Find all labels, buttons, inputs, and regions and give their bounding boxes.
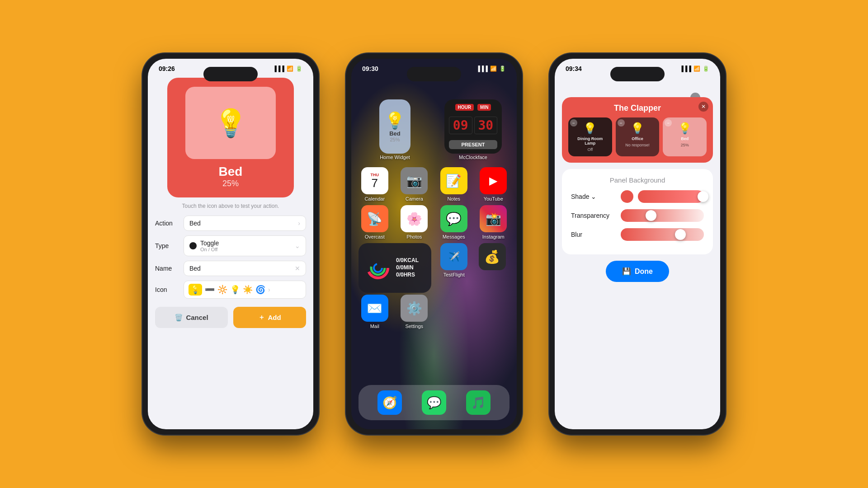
clapper-light-dining[interactable]: − 💡 Dining Room Lamp Off: [568, 117, 612, 156]
panel-bg-title: Panel Background: [571, 176, 704, 184]
clock-widget[interactable]: HOUR MIN 09 30 PRESENT: [444, 99, 502, 154]
done-button[interactable]: 💾 Done: [606, 261, 669, 282]
phone3-notch: [610, 67, 665, 81]
name-clear-icon: ✕: [295, 265, 300, 272]
overcast-icon: 📡: [361, 205, 388, 232]
shade-color[interactable]: [621, 190, 633, 203]
mail-icon: ✉️: [361, 295, 388, 322]
bed-minus-icon[interactable]: −: [665, 119, 672, 127]
home-widget-container: 💡 Bed 25% Home Widget: [359, 99, 431, 160]
icon-bulb-on[interactable]: 💡: [189, 284, 202, 296]
phone1-status-icons: ▐▐▐ 📶 🔋: [273, 66, 302, 72]
dock-whatsapp[interactable]: 💬: [422, 390, 446, 415]
shade-slider[interactable]: [638, 190, 704, 203]
light-card[interactable]: 💡 Bed 25%: [167, 78, 294, 197]
add-button[interactable]: ＋ Add: [233, 307, 306, 328]
clapper-light-bed[interactable]: − 💡 Bed 25%: [663, 117, 707, 156]
app-calendar[interactable]: THU 7 Calendar: [359, 167, 391, 202]
phone-1: 09:26 ▐▐▐ 📶 🔋 💡 Bed 25% Touch the icon a…: [142, 53, 319, 435]
app-money[interactable]: 💰: [475, 243, 510, 293]
light-pct: 25%: [222, 179, 239, 188]
touch-hint: Touch the icon above to test your action…: [182, 203, 279, 209]
type-sub: On / Off: [200, 247, 291, 252]
phone1-content: 💡 Bed 25% Touch the icon above to test y…: [148, 72, 313, 333]
transparency-thumb[interactable]: [646, 210, 656, 221]
icon-fan[interactable]: 🌀: [255, 285, 265, 295]
row3-grid: 0/0KCAL 0/0MIN 0/0HRS ✈️ TestFlight 💰: [359, 243, 509, 293]
icon-label: Icon: [155, 286, 180, 293]
widget-row: 💡 Bed 25% Home Widget HOUR MIN 09: [359, 99, 509, 160]
icon-chevron-icon: ›: [268, 286, 270, 293]
action-value: Bed: [189, 220, 201, 227]
fitness-widget[interactable]: 0/0KCAL 0/0MIN 0/0HRS: [359, 243, 431, 293]
app-camera[interactable]: 📷 Camera: [398, 167, 431, 202]
dining-bulb-icon: 💡: [583, 122, 597, 135]
photos-icon: 🌸: [401, 205, 428, 232]
youtube-icon: ▶: [480, 167, 507, 194]
office-status: No response!: [625, 143, 650, 147]
clapper-outer: − ✕ The Clapper − 💡 Dining Room Lamp Off: [562, 97, 713, 163]
icon-selector[interactable]: 💡 ➖ 🔆 💡 ☀️ 🌀 ›: [184, 281, 306, 299]
dock: 🧭 💬 🎵: [359, 385, 509, 420]
icon-bulb-outline[interactable]: 🔆: [217, 285, 227, 295]
photos-label: Photos: [406, 234, 422, 239]
shade-chevron-icon: ⌄: [591, 193, 596, 200]
office-bulb-icon: 💡: [631, 122, 644, 135]
dining-minus-icon[interactable]: −: [570, 119, 577, 127]
cal-day: 7: [372, 177, 378, 189]
app-messages[interactable]: 💬 Messages: [438, 205, 470, 239]
icon-dash[interactable]: ➖: [205, 285, 215, 295]
clapper-close-button[interactable]: ✕: [698, 102, 708, 112]
btn-row: 🗑️ Cancel ＋ Add: [155, 307, 306, 328]
hour-label: HOUR: [455, 104, 474, 111]
app-photos[interactable]: 🌸 Photos: [398, 205, 431, 239]
chevron-right-icon: ›: [298, 220, 300, 227]
blur-slider[interactable]: [621, 228, 704, 241]
dock-safari[interactable]: 🧭: [377, 390, 402, 415]
app-notes[interactable]: 📝 Notes: [438, 167, 470, 202]
type-input[interactable]: Toggle On / Off ⌄: [184, 235, 306, 256]
icon-sun[interactable]: ☀️: [243, 285, 253, 295]
icon-bulb-alt[interactable]: 💡: [230, 285, 240, 295]
present-button[interactable]: PRESENT: [449, 140, 497, 149]
signal-icon: ▐▐▐: [273, 66, 284, 72]
shade-thumb[interactable]: [698, 191, 708, 202]
messages-emoji: 💬: [446, 211, 462, 226]
battery-icon: 🔋: [499, 66, 506, 72]
office-minus-icon[interactable]: −: [618, 119, 625, 127]
blur-label: Blur: [571, 231, 616, 238]
name-input[interactable]: Bed ✕: [184, 261, 306, 276]
signal-icon: ▐▐▐: [679, 66, 691, 72]
office-name: Office: [632, 136, 643, 141]
transparency-row: Transparency: [571, 209, 704, 222]
app-grid-row4: ✉️ Mail ⚙️ Settings: [359, 295, 509, 329]
battery-icon: 🔋: [703, 66, 709, 72]
app-mail[interactable]: ✉️ Mail: [359, 295, 391, 329]
wifi-icon: 📶: [490, 66, 497, 72]
camera-emoji: 📷: [406, 174, 422, 188]
app-overcast[interactable]: 📡 Overcast: [359, 205, 391, 239]
app-settings[interactable]: ⚙️ Settings: [398, 295, 431, 329]
testflight-icon: ✈️: [440, 243, 467, 270]
blur-thumb[interactable]: [675, 229, 686, 240]
clapper-light-office[interactable]: − 💡 Office No response!: [616, 117, 660, 156]
fitness-min: 0/0MIN: [396, 264, 424, 271]
phone2-status-icons: ▐▐▐ 📶 🔋: [476, 66, 506, 72]
home-widget[interactable]: 💡 Bed 25%: [379, 99, 410, 154]
clock-digits: 09 30: [449, 117, 497, 134]
done-label: Done: [635, 267, 653, 276]
phone-3: 09:34 ▐▐▐ 📶 🔋 − ✕ The Clapper: [549, 53, 726, 435]
bed-status: 25%: [681, 143, 689, 147]
clapper-card: ✕ The Clapper − 💡 Dining Room Lamp Off −…: [562, 97, 713, 163]
app-youtube[interactable]: ▶ YouTube: [477, 167, 510, 202]
dock-spotify[interactable]: 🎵: [466, 390, 491, 415]
app-testflight[interactable]: ✈️ TestFlight: [437, 243, 472, 293]
name-row: Name Bed ✕: [155, 261, 306, 276]
app-instagram[interactable]: 📸 Instagram: [477, 205, 510, 239]
cancel-button[interactable]: 🗑️ Cancel: [155, 307, 228, 328]
transparency-slider[interactable]: [621, 209, 704, 222]
action-input[interactable]: Bed ›: [184, 216, 306, 231]
money-icon: 💰: [479, 243, 506, 270]
close-icon: ✕: [701, 103, 706, 110]
svg-point-2: [374, 264, 382, 272]
